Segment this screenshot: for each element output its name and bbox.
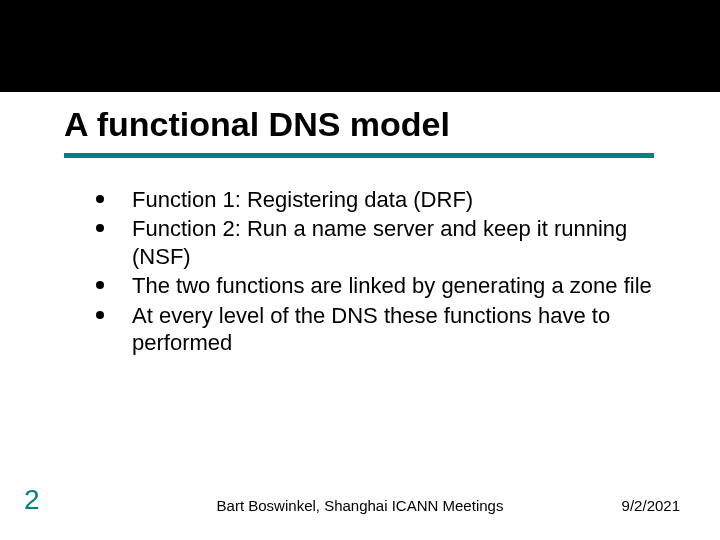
list-item: Function 1: Registering data (DRF) [96, 186, 672, 214]
list-item: Function 2: Run a name server and keep i… [96, 215, 672, 270]
top-bar [0, 0, 720, 92]
slide-title: A functional DNS model [64, 104, 672, 145]
title-block: A functional DNS model [0, 92, 720, 158]
list-item: At every level of the DNS these function… [96, 302, 672, 357]
slide-body: Function 1: Registering data (DRF) Funct… [0, 158, 720, 357]
footer-author: Bart Boswinkel, Shanghai ICANN Meetings [217, 497, 504, 514]
bullet-list: Function 1: Registering data (DRF) Funct… [96, 186, 672, 357]
footer-date: 9/2/2021 [622, 497, 680, 514]
list-item: The two functions are linked by generati… [96, 272, 672, 300]
page-number: 2 [24, 484, 40, 516]
slide: A functional DNS model Function 1: Regis… [0, 0, 720, 540]
